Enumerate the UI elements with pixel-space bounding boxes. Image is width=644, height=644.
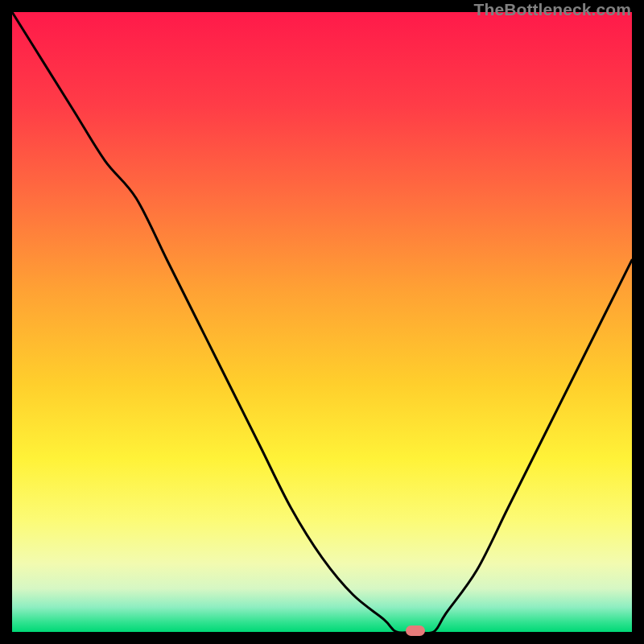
bottleneck-curve — [12, 12, 632, 632]
optimal-marker — [406, 625, 425, 636]
plot-area — [12, 12, 632, 632]
attribution-text: TheBottleneck.com — [474, 0, 631, 19]
chart-frame: TheBottleneck.com — [0, 0, 644, 644]
